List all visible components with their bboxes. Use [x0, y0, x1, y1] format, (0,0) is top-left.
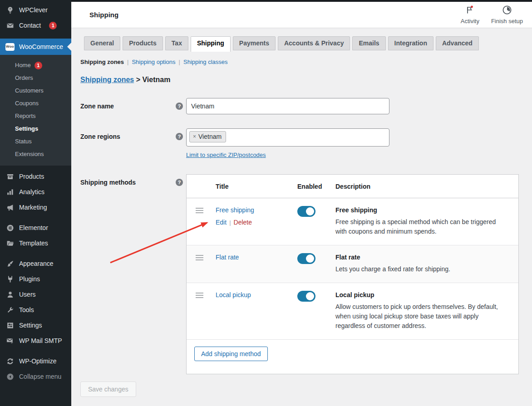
help-icon[interactable]	[176, 133, 183, 140]
action-separator	[229, 219, 231, 226]
delete-link[interactable]: Delete	[234, 219, 252, 226]
tab-accounts-privacy[interactable]: Accounts & Privacy	[278, 36, 350, 50]
method-desc-text: Lets you charge a fixed rate for shippin…	[335, 264, 507, 274]
limit-postcodes-link[interactable]: Limit to specific ZIP/postcodes	[186, 152, 266, 158]
sidebar-item-wp-mail-smtp[interactable]: WP Mail SMTP	[0, 333, 71, 348]
breadcrumb-shipping-zones-link[interactable]: Shipping zones	[80, 76, 134, 83]
tab-advanced[interactable]: Advanced	[436, 36, 479, 50]
edit-link[interactable]: Edit	[216, 219, 227, 226]
sidebar-item-plugins[interactable]: Plugins	[0, 271, 71, 287]
method-link-flat-rate[interactable]: Flat rate	[216, 254, 239, 261]
progress-pie-icon	[502, 5, 512, 16]
shipping-methods-table: Title Enabled Description Free shipping …	[186, 174, 519, 374]
bar-chart-icon	[5, 188, 15, 196]
sidebar-item-home[interactable]: Home 1	[0, 59, 71, 72]
subnav-separator	[179, 59, 180, 65]
tab-shipping[interactable]: Shipping	[191, 36, 231, 52]
sidebar-item-products[interactable]: Products	[0, 169, 71, 184]
sidebar-item-label: WPClever	[19, 6, 48, 14]
activity-button[interactable]: Activity	[461, 5, 479, 24]
method-link-free-shipping[interactable]: Free shipping	[216, 206, 254, 214]
tab-emails[interactable]: Emails	[352, 36, 385, 50]
breadcrumb-current: Vietnam	[142, 76, 170, 83]
sidebar-item-appearance[interactable]: Appearance	[0, 256, 71, 271]
page-header: Shipping Activity Finish setup	[71, 2, 532, 28]
envelope-icon	[5, 22, 15, 29]
home-badge: 1	[34, 62, 42, 69]
sidebar-item-contact[interactable]: Contact 1	[0, 18, 71, 33]
sidebar-item-woocommerce[interactable]: Woo WooCommerce	[0, 39, 71, 55]
shipping-subnav: Shipping zones Shipping options Shipping…	[80, 59, 523, 65]
sidebar-item-analytics[interactable]: Analytics	[0, 184, 71, 200]
breadcrumb-separator: >	[136, 76, 140, 83]
sidebar-item-customers[interactable]: Customers	[0, 84, 71, 97]
tab-integration[interactable]: Integration	[388, 36, 433, 50]
tab-general[interactable]: General	[84, 36, 120, 50]
toggle-local-pickup[interactable]	[297, 291, 315, 302]
region-chip: Vietnam	[189, 131, 226, 142]
sidebar-item-marketing[interactable]: Marketing	[0, 200, 71, 215]
method-desc-text: Allow customers to pick up orders themse…	[335, 302, 507, 331]
user-icon	[5, 291, 15, 298]
method-desc-title: Free shipping	[335, 206, 377, 214]
sidebar-item-wp-optimize[interactable]: WP-Optimize	[0, 353, 71, 369]
sidebar-item-coupons[interactable]: Coupons	[0, 97, 71, 110]
folder-icon	[5, 240, 15, 247]
collapse-arrow-icon	[5, 373, 15, 381]
method-desc-text: Free shipping is a special method which …	[335, 217, 507, 236]
table-row-free-shipping: Free shipping Edit Delete Free shipping …	[187, 198, 518, 245]
sidebar-item-reports[interactable]: Reports	[0, 110, 71, 122]
page-title: Shipping	[89, 11, 118, 19]
sidebar-item-settings-current[interactable]: Settings	[0, 122, 71, 135]
sidebar-item-elementor[interactable]: Elementor	[0, 220, 71, 235]
drag-handle-icon[interactable]	[196, 255, 203, 260]
zone-name-label: Zone name	[80, 103, 176, 110]
zone-regions-row: Zone regions Vietnam Limit to specific Z…	[80, 128, 523, 159]
lightbulb-icon	[5, 6, 15, 14]
settings-main: General Products Tax Shipping Payments A…	[71, 28, 532, 397]
megaphone-icon	[5, 204, 15, 211]
zone-regions-input[interactable]: Vietnam	[186, 128, 389, 147]
breadcrumb: Shipping zones > Vietnam	[80, 76, 523, 84]
tab-products[interactable]: Products	[123, 36, 163, 50]
subnav-shipping-options[interactable]: Shipping options	[132, 59, 175, 65]
elementor-icon	[5, 224, 15, 232]
subnav-shipping-classes[interactable]: Shipping classes	[183, 59, 228, 65]
sliders-icon	[5, 322, 15, 329]
sidebar-item-wpclever[interactable]: WPClever	[0, 2, 71, 18]
subnav-shipping-zones[interactable]: Shipping zones	[80, 59, 124, 65]
help-icon[interactable]	[176, 103, 183, 110]
settings-tabs: General Products Tax Shipping Payments A…	[84, 36, 523, 52]
zone-name-row: Zone name	[80, 98, 523, 114]
save-changes-button[interactable]: Save changes	[80, 382, 136, 397]
tab-payments[interactable]: Payments	[233, 36, 276, 50]
activity-flag-icon	[465, 5, 475, 16]
woocommerce-submenu: Home 1 Orders Customers Coupons Reports …	[0, 55, 71, 166]
method-desc-title: Local pickup	[335, 291, 374, 298]
sidebar-item-settings[interactable]: Settings	[0, 318, 71, 333]
help-icon[interactable]	[176, 179, 183, 186]
sidebar-item-extensions[interactable]: Extensions	[0, 148, 71, 161]
add-shipping-method-button[interactable]: Add shipping method	[194, 347, 268, 361]
products-icon	[5, 173, 15, 181]
drag-handle-icon[interactable]	[196, 293, 203, 298]
region-chip-label: Vietnam	[198, 133, 222, 140]
remove-region-icon[interactable]	[193, 133, 196, 140]
activity-label: Activity	[461, 18, 479, 24]
tab-tax[interactable]: Tax	[165, 36, 188, 50]
sidebar-item-templates[interactable]: Templates	[0, 235, 71, 251]
sidebar-item-collapse-menu[interactable]: Collapse menu	[0, 369, 71, 384]
sidebar-item-tools[interactable]: Tools	[0, 302, 71, 318]
column-title: Title	[216, 183, 297, 190]
drag-handle-icon[interactable]	[196, 208, 203, 213]
toggle-free-shipping[interactable]	[297, 206, 315, 217]
sidebar-item-label: WooCommerce	[19, 43, 63, 51]
finish-setup-button[interactable]: Finish setup	[491, 5, 523, 24]
zone-regions-label: Zone regions	[80, 133, 176, 159]
sidebar-item-users[interactable]: Users	[0, 287, 71, 302]
sidebar-item-status[interactable]: Status	[0, 135, 71, 148]
toggle-flat-rate[interactable]	[297, 253, 315, 264]
zone-name-input[interactable]	[186, 98, 389, 114]
sidebar-item-orders[interactable]: Orders	[0, 72, 71, 84]
method-link-local-pickup[interactable]: Local pickup	[216, 291, 251, 298]
